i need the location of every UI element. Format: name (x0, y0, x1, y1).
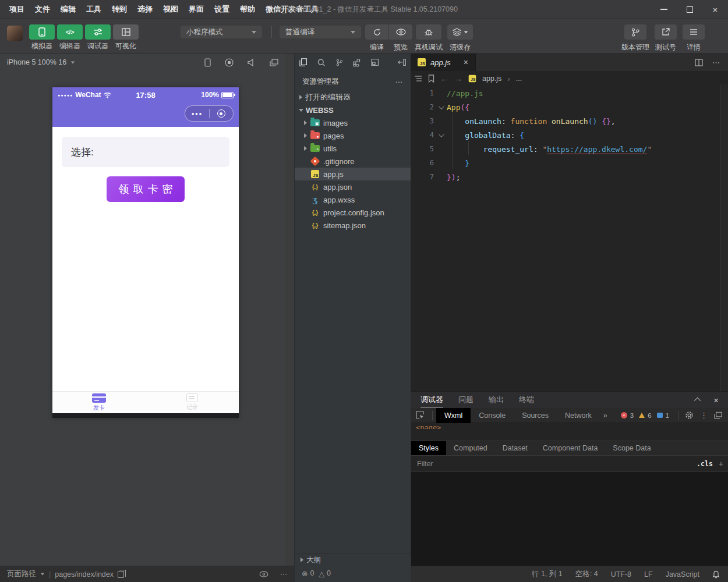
add-style-icon[interactable]: + (719, 459, 723, 469)
bookmark-icon[interactable] (428, 74, 434, 83)
collapse-sidebar-icon[interactable] (398, 58, 406, 66)
close-button[interactable]: × (702, 0, 728, 19)
menu-edit[interactable]: 编辑 (56, 2, 80, 17)
debugger-toggle-button[interactable]: 调试器 (85, 24, 111, 51)
tree-file-appjs[interactable]: JSapp.js (295, 168, 411, 180)
menu-settings[interactable]: 设置 (210, 2, 234, 17)
devtools-tab-console[interactable]: Console (471, 408, 514, 423)
project-mode-dropdown[interactable]: 小程序模式 (181, 26, 262, 38)
wxml-tree[interactable]: <page> (411, 423, 728, 429)
error-count[interactable]: 3 (630, 412, 634, 419)
tree-folder-images[interactable]: ▣images (295, 116, 411, 129)
page-path-value[interactable]: pages/index/index (55, 570, 114, 579)
simulator-toggle-button[interactable]: 模拟器 (29, 24, 55, 51)
tab-problems[interactable]: 问题 (458, 395, 473, 405)
eol-setting[interactable]: LF (644, 570, 653, 579)
source-control-icon[interactable] (336, 58, 343, 67)
filter-input[interactable] (411, 456, 697, 471)
close-tab-icon[interactable]: × (464, 58, 468, 67)
device-selector[interactable]: iPhone 5 100% 16 (7, 58, 66, 66)
minimize-button[interactable] (651, 0, 677, 19)
close-panel-icon[interactable]: × (713, 395, 719, 405)
outline-list-icon[interactable] (414, 75, 422, 82)
compile-button[interactable] (365, 24, 388, 40)
test-account-button[interactable] (655, 24, 677, 40)
maximize-button[interactable] (677, 0, 702, 19)
tree-file-sitemap[interactable]: {..}sitemap.json (295, 219, 411, 232)
more-dots-button[interactable]: ●●● (185, 111, 209, 116)
select-picker[interactable]: 选择: (62, 137, 229, 167)
tree-file-projectconfig[interactable]: {..}project.config.json (295, 206, 411, 219)
tab-card-issue[interactable]: 发卡 (52, 392, 146, 413)
claim-card-button[interactable]: 领取卡密 (107, 176, 185, 202)
cursor-position[interactable]: 行 1, 列 1 (532, 569, 563, 579)
tab-computed[interactable]: Computed (446, 441, 495, 455)
cls-toggle[interactable]: .cls (697, 460, 713, 468)
tree-open-editors[interactable]: 打开的编辑器 (295, 91, 411, 104)
breadcrumb-symbol[interactable]: ... (516, 74, 522, 83)
more-tabs-icon[interactable]: » (603, 411, 607, 420)
tree-folder-pages[interactable]: ●pages (295, 129, 411, 142)
more-actions-icon[interactable]: ⋯ (280, 570, 288, 579)
device-icon[interactable] (204, 58, 211, 67)
preview-window-icon[interactable] (371, 58, 379, 66)
nav-back-icon[interactable]: ← (440, 74, 448, 83)
menu-help[interactable]: 帮助 (235, 2, 260, 17)
windows-icon[interactable] (270, 59, 278, 66)
details-button[interactable] (683, 24, 705, 40)
devtools-tab-network[interactable]: Network (557, 408, 600, 423)
compile-mode-dropdown[interactable]: 普通编译 (280, 26, 361, 38)
editor-toggle-button[interactable]: </> 编辑器 (57, 24, 83, 51)
minimap[interactable] (720, 84, 728, 391)
menu-goto[interactable]: 转到 (107, 2, 132, 17)
visualizer-toggle-button[interactable]: 可视化 (113, 24, 139, 51)
menu-view[interactable]: 视图 (158, 2, 183, 17)
tree-project-root[interactable]: WEBSS (295, 104, 411, 116)
tree-file-appjson[interactable]: {..}app.json (295, 180, 411, 193)
eye-icon[interactable] (259, 571, 268, 577)
extensions-icon[interactable] (353, 58, 361, 67)
inspect-element-icon[interactable] (411, 411, 429, 420)
collapse-panel-icon[interactable] (694, 398, 701, 404)
sound-icon[interactable] (248, 59, 256, 66)
copy-path-icon[interactable] (118, 571, 124, 578)
devtools-tab-wxml[interactable]: Wxml (436, 408, 471, 423)
kebab-menu-icon[interactable]: ⋮ (700, 411, 708, 420)
bell-icon[interactable] (712, 570, 720, 579)
language-mode[interactable]: JavaScript (666, 570, 699, 579)
version-control-button[interactable] (624, 24, 646, 40)
tab-debugger[interactable]: 调试器 (420, 395, 443, 407)
nav-forward-icon[interactable]: → (454, 74, 462, 83)
files-icon[interactable] (299, 58, 307, 67)
tab-appjs[interactable]: JS app.js × (411, 54, 476, 71)
menu-interface[interactable]: 界面 (184, 2, 208, 17)
menu-select[interactable]: 选择 (133, 2, 157, 17)
indent-setting[interactable]: 空格: 4 (575, 569, 598, 579)
avatar[interactable] (7, 26, 23, 41)
tree-file-appwxss[interactable]: ʒapp.wxss (295, 193, 411, 206)
preview-button[interactable] (389, 24, 412, 40)
warning-count[interactable]: 6 (648, 412, 651, 419)
capsule-close-button[interactable] (210, 109, 234, 118)
tab-scope-data[interactable]: Scope Data (605, 441, 658, 455)
outline-section[interactable]: 大纲 (295, 553, 411, 566)
tree-folder-utils[interactable]: +utils (295, 142, 411, 155)
problems-summary[interactable]: ⊗ 0 △ 0 (295, 566, 411, 580)
editor-more-button[interactable]: ⋯ (712, 58, 720, 67)
tab-styles[interactable]: Styles (411, 441, 446, 455)
gear-icon[interactable] (685, 411, 694, 420)
tab-terminal[interactable]: 终端 (519, 395, 534, 405)
remote-debug-button[interactable] (416, 24, 441, 40)
tab-dataset[interactable]: Dataset (495, 441, 535, 455)
explorer-more-button[interactable]: ⋯ (395, 77, 404, 86)
breadcrumb-file[interactable]: app.js (482, 74, 501, 83)
menu-tools[interactable]: 工具 (82, 2, 106, 17)
tab-output[interactable]: 输出 (489, 395, 504, 405)
tab-records[interactable]: 记录 (146, 392, 239, 413)
split-editor-icon[interactable] (695, 59, 703, 66)
path-label[interactable]: 页面路径 (7, 569, 36, 579)
code-lines[interactable]: 1//app.js2App({3 onLaunch: function onLa… (411, 86, 720, 184)
tab-component-data[interactable]: Component Data (535, 441, 606, 455)
record-icon[interactable] (225, 58, 234, 67)
tree-file-gitignore[interactable]: .gitignore (295, 155, 411, 168)
